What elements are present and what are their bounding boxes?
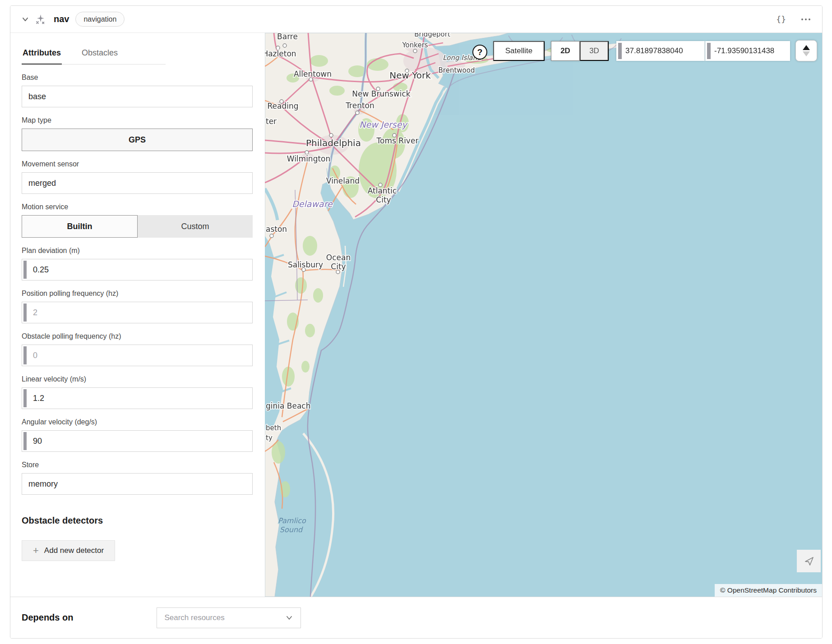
store-input[interactable] <box>22 473 253 495</box>
longitude-input[interactable]: -71.93590131438 <box>705 41 790 61</box>
map-label: New York <box>389 70 431 81</box>
motion-service-label: Motion service <box>22 203 253 211</box>
tab-obstacles[interactable]: Obstacles <box>81 45 119 64</box>
depends-on-section: Depends on Search resources <box>10 597 822 638</box>
plan-deviation-label: Plan deviation (m) <box>22 247 253 255</box>
map-label: Yonkers <box>402 41 428 49</box>
map-view[interactable]: BarreHazletonAllentownReadingterNew York… <box>265 33 822 597</box>
component-type-badge: navigation <box>75 12 125 27</box>
map-canvas[interactable]: BarreHazletonAllentownReadingterNew York… <box>265 33 822 597</box>
map-label: Philadelphia <box>306 138 361 148</box>
linear-velocity-input[interactable] <box>22 387 253 409</box>
map-type-gps-button[interactable]: GPS <box>22 129 253 151</box>
store-label: Store <box>22 461 253 469</box>
map-label: New Brunswick <box>352 89 411 98</box>
json-mode-icon[interactable]: {} <box>774 13 788 26</box>
step-down-icon <box>803 51 810 56</box>
position-polling-input[interactable] <box>22 302 253 323</box>
plan-deviation-input[interactable] <box>22 259 253 281</box>
angular-velocity-input[interactable] <box>22 430 253 452</box>
map-label: Bridgeport <box>414 33 450 38</box>
latitude-input[interactable]: 37.81897838040 <box>616 41 705 61</box>
map-label: ty <box>266 434 273 442</box>
component-body: Attributes Obstacles Base Map type GPS M… <box>10 33 822 597</box>
map-label: Hazleton <box>265 49 296 58</box>
add-new-detector-label: Add new detector <box>44 546 104 555</box>
map-mode-3d-button[interactable]: 3D <box>580 41 609 61</box>
map-mode-2d-button[interactable]: 2D <box>551 41 580 61</box>
satellite-toggle-button[interactable]: Satellite <box>493 41 545 61</box>
map-label: Vineland <box>326 176 360 185</box>
map-label: aston <box>266 225 287 234</box>
coordinate-stepper-button[interactable] <box>795 40 817 61</box>
config-panel: Attributes Obstacles Base Map type GPS M… <box>10 33 265 597</box>
navigation-service-sparkle-icon <box>32 11 48 28</box>
base-label: Base <box>22 74 253 82</box>
map-attribution: © OpenStreetMap Contributors <box>715 584 822 597</box>
motion-service-builtin-option[interactable]: Builtin <box>22 215 138 238</box>
map-label: Trenton <box>345 101 374 110</box>
navigation-arrow-icon <box>803 555 815 567</box>
component-card: nav navigation {} Attributes Obstacles B… <box>10 5 823 639</box>
map-label: Ocean <box>326 253 351 262</box>
map-type-label: Map type <box>22 116 253 124</box>
motion-service-custom-option[interactable]: Custom <box>138 215 253 238</box>
position-polling-label: Position polling frequency (hz) <box>22 290 253 298</box>
map-label: ginia Beach <box>266 401 311 410</box>
depends-on-select[interactable]: Search resources <box>157 607 301 628</box>
map-label: Wilmington <box>287 154 331 163</box>
linear-velocity-label: Linear velocity (m/s) <box>22 375 253 383</box>
map-label: New Jersey <box>359 120 408 129</box>
movement-sensor-input[interactable] <box>22 172 253 194</box>
help-icon[interactable]: ? <box>472 45 487 60</box>
map-label: Reading <box>267 101 298 110</box>
component-title: nav <box>54 14 69 24</box>
map-label: Brentwood <box>439 66 475 74</box>
component-header: nav navigation {} <box>10 6 822 33</box>
locate-me-button[interactable] <box>797 550 821 572</box>
base-input[interactable] <box>22 86 253 107</box>
obstacle-polling-label: Obstacle polling frequency (hz) <box>22 332 253 340</box>
collapse-chevron-icon[interactable] <box>18 13 32 26</box>
depends-on-label: Depends on <box>22 612 73 623</box>
motion-service-segmented-control: Builtin Custom <box>22 215 253 238</box>
obstacle-detectors-heading: Obstacle detectors <box>22 515 253 526</box>
map-label: Atlantic <box>368 186 397 195</box>
tab-bar: Attributes Obstacles <box>22 45 166 64</box>
angular-velocity-label: Angular velocity (deg/s) <box>22 418 253 426</box>
map-label: beth <box>266 424 281 432</box>
add-new-detector-button[interactable]: + Add new detector <box>22 540 115 561</box>
map-label: Salisbury <box>288 260 323 269</box>
map-label: Barre <box>277 33 298 41</box>
obstacle-polling-input[interactable] <box>22 345 253 366</box>
map-label: Toms River <box>376 136 419 145</box>
map-label: Allentown <box>294 69 332 78</box>
map-label: City <box>376 195 391 204</box>
map-label: Delaware <box>292 199 333 209</box>
map-label: City <box>331 262 346 271</box>
depends-on-placeholder: Search resources <box>164 613 224 622</box>
chevron-down-icon <box>285 614 293 622</box>
map-label: Sound <box>280 525 303 534</box>
map-label: Pamlico <box>278 516 306 525</box>
more-menu-icon[interactable] <box>800 17 812 22</box>
map-label: ter <box>266 117 277 126</box>
plus-icon: + <box>33 546 39 556</box>
step-up-icon <box>803 45 810 50</box>
tab-attributes[interactable]: Attributes <box>22 45 62 64</box>
movement-sensor-label: Movement sensor <box>22 160 253 168</box>
